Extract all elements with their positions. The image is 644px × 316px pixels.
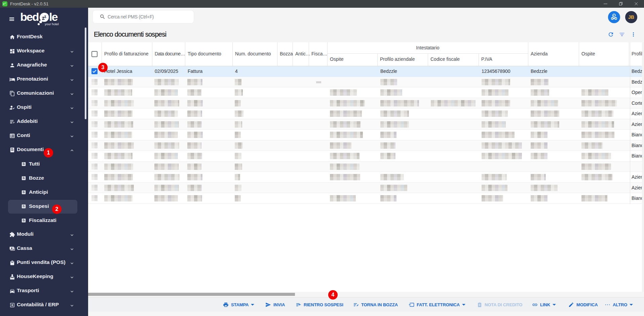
svg-text:z: z — [5, 2, 6, 4]
svg-text:z: z — [3, 2, 4, 5]
